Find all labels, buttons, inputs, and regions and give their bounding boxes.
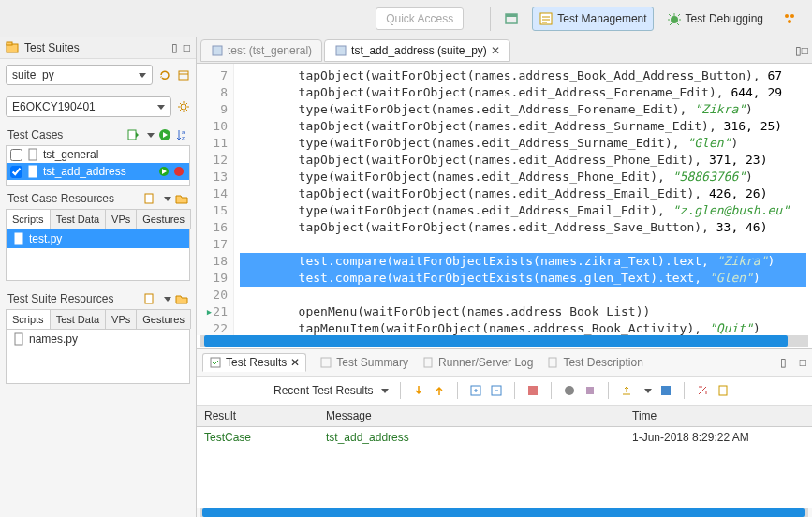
- test-debugging-perspective[interactable]: Test Debugging: [661, 7, 769, 30]
- results-minimize[interactable]: ▯: [780, 356, 787, 369]
- editor-tab-add-address[interactable]: tst_add_address (suite_py) ✕: [324, 39, 510, 62]
- nodes-icon: [782, 11, 797, 26]
- py-icon: [334, 44, 347, 57]
- tsr-tab-gestures[interactable]: Gestures: [136, 309, 191, 329]
- editor-tab-label: tst_add_address (suite_py): [351, 44, 487, 57]
- open-folder-icon[interactable]: [175, 292, 188, 305]
- case-checkbox[interactable]: [10, 166, 22, 178]
- svg-rect-23: [213, 46, 222, 55]
- summary-tab[interactable]: Test Summary: [319, 356, 408, 369]
- test-case-list[interactable]: tst_general tst_add_address: [6, 145, 190, 186]
- code-area[interactable]: tapObject(waitForObject(names.address_Bo…: [234, 64, 812, 335]
- minimize-view-button[interactable]: ▯: [171, 41, 178, 54]
- quick-access-input[interactable]: Quick Access: [376, 7, 464, 30]
- code-editor[interactable]: 7891011121314151617181920▸212223 tapObje…: [197, 64, 812, 335]
- tcr-file[interactable]: test.py: [7, 229, 189, 248]
- svg-rect-35: [719, 386, 727, 395]
- col-result[interactable]: Result: [197, 406, 318, 426]
- test-management-perspective[interactable]: Test Management: [532, 7, 653, 31]
- tcr-label: Test Case Resources: [7, 192, 114, 205]
- svg-rect-34: [661, 386, 671, 395]
- tsr-menu[interactable]: [160, 292, 171, 305]
- sort-icon[interactable]: az: [175, 128, 188, 141]
- tcr-tab-scripts[interactable]: Scripts: [6, 209, 51, 229]
- save-results-icon[interactable]: [659, 384, 672, 397]
- filter1-icon[interactable]: [526, 384, 539, 397]
- tcr-tab-gestures[interactable]: Gestures: [136, 209, 191, 229]
- case-item-general[interactable]: tst_general: [7, 146, 189, 163]
- svg-rect-27: [424, 358, 432, 367]
- export-icon[interactable]: [620, 384, 633, 397]
- test-debugging-label: Test Debugging: [686, 12, 763, 25]
- svg-rect-26: [321, 358, 331, 367]
- new-tsr-icon[interactable]: [143, 292, 156, 305]
- export-menu[interactable]: [641, 384, 652, 397]
- report-icon[interactable]: [716, 384, 730, 397]
- svg-rect-28: [549, 358, 556, 367]
- filter-select[interactable]: E6OKCY190401: [6, 96, 171, 117]
- perspective-extra-icon[interactable]: [776, 7, 803, 30]
- svg-point-32: [565, 386, 574, 395]
- refresh-suite-icon[interactable]: [158, 68, 171, 81]
- run-icon[interactable]: [158, 128, 171, 141]
- case-checkbox[interactable]: [10, 149, 22, 161]
- results-tab[interactable]: Test Results ✕: [202, 353, 306, 372]
- collapse-icon[interactable]: [490, 384, 503, 397]
- desc-icon: [546, 356, 559, 369]
- clear-icon[interactable]: [583, 384, 597, 397]
- svg-rect-25: [211, 358, 220, 367]
- case-menu-dropdown[interactable]: [143, 128, 155, 141]
- tcr-menu[interactable]: [160, 192, 171, 205]
- calendar-icon[interactable]: [177, 68, 190, 81]
- results-scrollbar[interactable]: [200, 508, 808, 517]
- tsr-file-label: names.py: [29, 332, 78, 346]
- link-icon[interactable]: [696, 384, 709, 397]
- down-arrow-icon[interactable]: [412, 384, 425, 397]
- svg-rect-24: [336, 46, 346, 55]
- tsr-label: Test Suite Resources: [7, 292, 113, 305]
- recent-results-dropdown[interactable]: Recent Test Results: [273, 384, 389, 397]
- svg-rect-21: [145, 294, 153, 303]
- tcr-tab-testdata[interactable]: Test Data: [50, 209, 106, 229]
- svg-point-3: [671, 16, 678, 23]
- editor-horizontal-scrollbar[interactable]: [200, 335, 808, 347]
- settings-icon[interactable]: [177, 100, 190, 113]
- up-arrow-icon[interactable]: [433, 384, 446, 397]
- tcr-tab-vps[interactable]: VPs: [105, 209, 137, 229]
- expand-icon[interactable]: [469, 384, 482, 397]
- tsr-tab-vps[interactable]: VPs: [105, 309, 137, 329]
- new-tcr-icon[interactable]: [143, 192, 156, 205]
- results-maximize[interactable]: □: [800, 356, 806, 369]
- case-item-add-address[interactable]: tst_add_address: [7, 163, 189, 180]
- svg-rect-11: [128, 130, 136, 140]
- runner-log-tab[interactable]: Runner/Server Log: [421, 356, 533, 369]
- col-message[interactable]: Message: [318, 406, 625, 426]
- bug-icon: [667, 11, 682, 26]
- editor-tab-general[interactable]: test (tst_general): [200, 39, 322, 62]
- checklist-icon: [539, 11, 554, 26]
- suite-select[interactable]: suite_py: [6, 65, 153, 85]
- col-time[interactable]: Time: [625, 406, 812, 426]
- maximize-view-button[interactable]: □: [184, 41, 190, 54]
- tsr-tab-testdata[interactable]: Test Data: [50, 309, 106, 329]
- test-cases-label: Test Cases: [7, 128, 63, 141]
- test-management-label: Test Management: [557, 12, 646, 25]
- record-icon[interactable]: [172, 165, 185, 178]
- open-folder-icon[interactable]: [175, 192, 188, 205]
- result-row[interactable]: TestCase tst_add_address 1-Jun-2018 8:29…: [197, 427, 812, 448]
- results-header: Result Message Time: [197, 406, 812, 427]
- close-results-icon[interactable]: ✕: [290, 356, 300, 369]
- description-tab[interactable]: Test Description: [546, 356, 642, 369]
- svg-point-6: [788, 20, 791, 23]
- editor-maximize[interactable]: □: [802, 44, 808, 57]
- palette-icon[interactable]: [563, 384, 576, 397]
- run-case-icon[interactable]: [157, 165, 170, 178]
- close-tab-icon[interactable]: ✕: [491, 44, 500, 57]
- file-icon: [26, 165, 39, 178]
- svg-rect-1: [506, 14, 517, 17]
- editor-minimize[interactable]: ▯: [795, 44, 802, 57]
- open-perspective-button[interactable]: [498, 7, 524, 30]
- tsr-file[interactable]: names.py: [7, 330, 189, 348]
- new-case-icon[interactable]: [126, 128, 140, 141]
- tsr-tab-scripts[interactable]: Scripts: [6, 309, 51, 329]
